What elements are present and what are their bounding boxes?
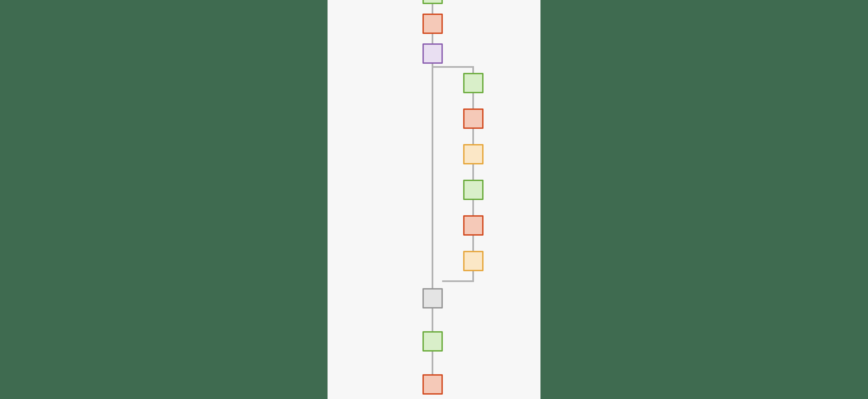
edge <box>442 280 474 282</box>
node-green[interactable] <box>422 0 443 4</box>
edge <box>432 63 433 289</box>
diagram-canvas <box>328 0 540 399</box>
node-red[interactable] <box>463 108 484 129</box>
node-red[interactable] <box>422 374 443 395</box>
edge <box>472 128 474 145</box>
edge <box>432 308 433 332</box>
node-green[interactable] <box>463 73 484 93</box>
edge <box>433 66 473 68</box>
edge <box>472 235 474 252</box>
edge <box>432 3 433 14</box>
node-purple[interactable] <box>422 43 443 64</box>
edge <box>472 66 474 74</box>
node-red[interactable] <box>422 14 443 34</box>
edge <box>472 164 474 180</box>
node-red[interactable] <box>463 215 484 236</box>
edge <box>432 33 433 44</box>
node-green[interactable] <box>463 180 484 200</box>
edge <box>472 93 474 109</box>
node-gray[interactable] <box>422 288 443 308</box>
edge <box>432 351 433 375</box>
edge <box>472 199 474 216</box>
node-orange[interactable] <box>463 144 484 164</box>
node-green[interactable] <box>422 331 443 352</box>
node-orange[interactable] <box>463 251 484 271</box>
edge <box>472 271 474 281</box>
